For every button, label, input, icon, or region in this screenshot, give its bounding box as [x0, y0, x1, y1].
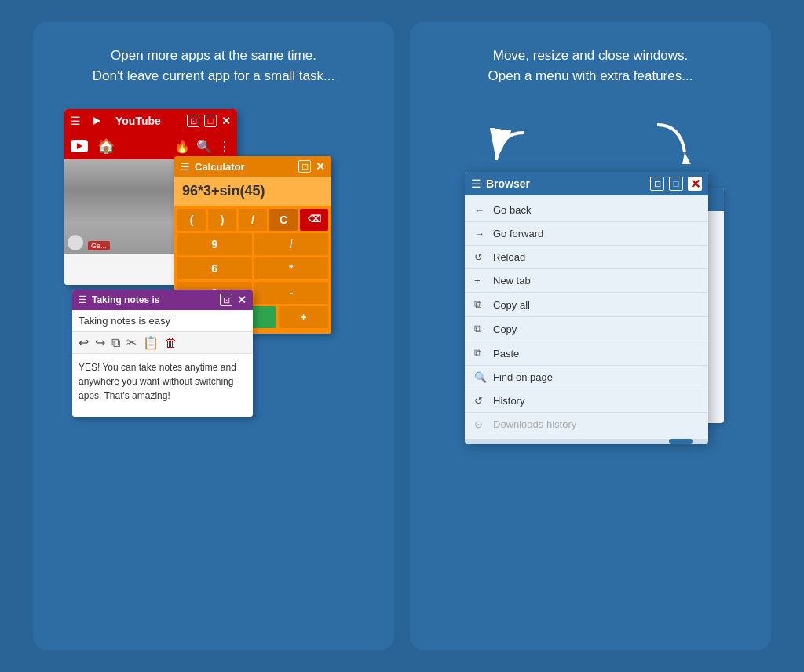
notes-title: Taking notes is [92, 294, 215, 305]
calc-key-divide2[interactable]: / [254, 233, 329, 255]
notes-titlebar: ☰ Taking notes is ⊡ ✕ [72, 290, 253, 310]
downloads-icon: ⊙ [474, 418, 487, 430]
browser-maximize-btn[interactable]: □ [669, 177, 683, 191]
youtube-navbar: 🏠 🔥 🔍 ⋮ [64, 133, 237, 159]
browser-window: ☰ Browser ⊡ □ ✕ ← Go back → Go forward ↺… [465, 172, 708, 444]
notes-undo-icon[interactable]: ↩ [79, 335, 89, 350]
history-label: History [493, 395, 524, 407]
notes-window: ☰ Taking notes is ⊡ ✕ Taking notes is ea… [72, 290, 253, 417]
youtube-restore-btn[interactable]: ⊡ [187, 115, 199, 127]
youtube-menu-icon: ☰ [71, 115, 81, 127]
notes-restore-btn[interactable]: ⊡ [220, 294, 232, 306]
notes-delete-icon[interactable]: 🗑 [165, 336, 177, 350]
calculator-restore-btn[interactable]: ⊡ [298, 160, 311, 173]
copy-icon: ⧉ [474, 323, 487, 335]
menu-item-downloads: ⊙ Downloads history [465, 413, 708, 436]
calculator-title: Calculator [195, 161, 294, 173]
calc-key-divide[interactable]: / [239, 209, 267, 231]
menu-item-find[interactable]: 🔍 Find on page [465, 366, 708, 389]
notes-input-field[interactable]: Taking notes is easy [72, 310, 253, 332]
youtube-logo [86, 113, 108, 129]
new-tab-label: New tab [493, 275, 531, 287]
menu-item-copy-all[interactable]: ⧉ Copy all [465, 293, 708, 317]
browser-title: Browser [486, 177, 645, 190]
youtube-titlebar: ☰ YouTube ⊡ □ ✕ [64, 109, 237, 133]
reload-icon: ↺ [474, 251, 487, 263]
downloads-label: Downloads history [493, 418, 576, 430]
menu-item-go-forward[interactable]: → Go forward [465, 222, 708, 246]
left-panel-title: Open more apps at the same time. Don't l… [93, 46, 334, 86]
youtube-title: YouTube [115, 115, 182, 127]
notes-paste-icon[interactable]: 📋 [143, 335, 159, 350]
arrow-left-indicator [484, 125, 532, 175]
menu-item-new-tab[interactable]: + New tab [465, 269, 708, 293]
youtube-nav-logo [71, 140, 88, 152]
youtube-maximize-btn[interactable]: □ [204, 115, 217, 127]
go-back-icon: ← [474, 204, 487, 216]
paste-icon: ⧉ [474, 347, 487, 360]
arrow-left-svg [484, 125, 532, 172]
copy-label: Copy [493, 323, 517, 335]
browser-scrollbar[interactable] [465, 439, 708, 444]
youtube-search-icon[interactable]: 🔍 [196, 139, 212, 154]
notes-redo-icon[interactable]: ↪ [95, 335, 105, 350]
browser-restore-btn[interactable]: ⊡ [650, 177, 664, 191]
browser-titlebar: ☰ Browser ⊡ □ ✕ [465, 172, 708, 195]
calc-key-backspace[interactable]: ⌫ [300, 209, 328, 231]
arrow-right-indicator [649, 117, 696, 167]
right-panel-title-line1: Move, resize and close windows. [493, 48, 689, 63]
calc-key-clear[interactable]: C [269, 209, 298, 231]
copy-all-icon: ⧉ [474, 298, 487, 311]
menu-item-go-back[interactable]: ← Go back [465, 199, 708, 222]
youtube-more-icon[interactable]: ⋮ [218, 139, 231, 154]
calc-key-9[interactable]: 9 [177, 233, 252, 255]
history-icon: ↺ [474, 395, 487, 407]
calc-row-1: ( ) / C ⌫ [177, 209, 328, 231]
right-panel-title: Move, resize and close windows. Open a m… [488, 46, 693, 86]
calculator-display: 96*3+sin(45) [174, 177, 331, 206]
right-panel-title-line2: Open a menu with extra features... [488, 68, 693, 83]
reload-label: Reload [493, 251, 525, 263]
calc-key-plus[interactable]: + [279, 306, 328, 328]
menu-item-copy[interactable]: ⧉ Copy [465, 317, 708, 341]
notes-text: YES! You can take notes anytime and anyw… [79, 362, 236, 401]
notes-input-value: Taking notes is easy [79, 315, 170, 327]
calc-key-close-paren[interactable]: ) [208, 209, 236, 231]
notes-menu-icon: ☰ [79, 294, 87, 305]
browser-dropdown-menu: ← Go back → Go forward ↺ Reload + New ta… [465, 195, 708, 439]
calc-row-3: 6 * [177, 257, 328, 279]
calculator-close-btn[interactable]: ✕ [316, 160, 325, 173]
go-forward-icon: → [474, 228, 487, 239]
notes-cut-icon[interactable]: ✂ [126, 335, 137, 350]
youtube-close-btn[interactable]: ✕ [221, 115, 231, 127]
menu-item-history[interactable]: ↺ History [465, 389, 708, 413]
copy-all-label: Copy all [493, 299, 530, 311]
youtube-flame-icon: 🔥 [174, 139, 190, 154]
notes-content: YES! You can take notes anytime and anyw… [72, 354, 253, 417]
paste-label: Paste [493, 348, 519, 360]
calculator-expression: 96*3+sin(45) [182, 183, 265, 199]
calc-key-6[interactable]: 6 [177, 257, 252, 279]
browser-scrollbar-thumb[interactable] [669, 439, 693, 444]
menu-item-reload[interactable]: ↺ Reload [465, 246, 708, 269]
find-icon: 🔍 [474, 371, 487, 383]
youtube-play-icon [93, 117, 100, 125]
arrow-right-svg [649, 117, 696, 164]
youtube-home-icon[interactable]: 🏠 [97, 137, 168, 155]
calc-row-2: 9 / [177, 233, 328, 255]
calc-key-multiply[interactable]: * [254, 257, 329, 279]
notes-close-btn[interactable]: ✕ [237, 294, 247, 306]
menu-item-paste[interactable]: ⧉ Paste [465, 341, 708, 366]
browser-container: ← ↺ ☰ Browser ⊡ □ ✕ ← [441, 109, 740, 564]
calculator-menu-icon: ☰ [181, 161, 190, 173]
browser-close-btn[interactable]: ✕ [688, 177, 702, 191]
left-panel: Open more apps at the same time. Don't l… [33, 22, 394, 650]
calc-key-minus[interactable]: - [254, 282, 329, 304]
calc-key-open-paren[interactable]: ( [177, 209, 206, 231]
notes-copy-icon[interactable]: ⧉ [111, 336, 120, 350]
new-tab-icon: + [474, 275, 487, 287]
right-panel: Move, resize and close windows. Open a m… [410, 22, 771, 650]
browser-menu-icon: ☰ [471, 177, 481, 190]
go-forward-label: Go forward [493, 228, 543, 239]
notes-toolbar: ↩ ↪ ⧉ ✂ 📋 🗑 [72, 332, 253, 354]
